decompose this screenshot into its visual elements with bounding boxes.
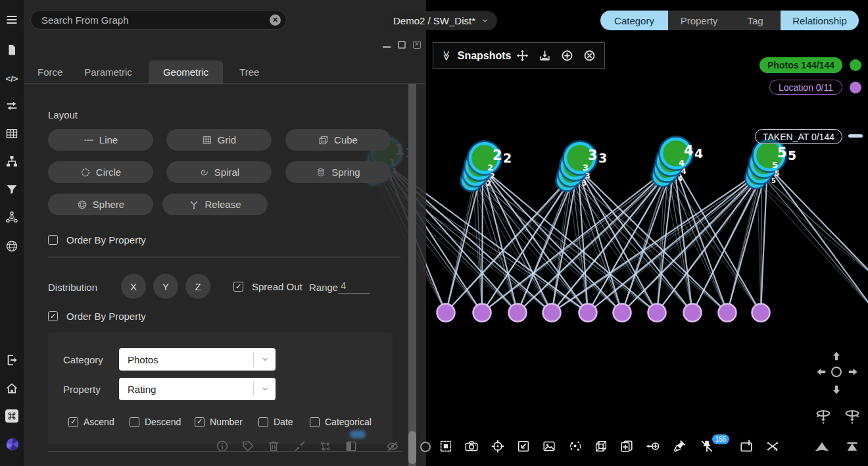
search-input[interactable]	[30, 10, 287, 30]
app-logo-icon[interactable]	[5, 437, 20, 452]
menu-icon[interactable]	[5, 13, 18, 26]
export-frame-icon[interactable]	[516, 439, 531, 453]
relationship-line-sample[interactable]	[848, 134, 863, 138]
layout-cube-button[interactable]: Cube	[285, 129, 391, 151]
pan-center-icon[interactable]	[831, 367, 842, 377]
order-by-property-top: Order By Property	[48, 234, 146, 246]
cube-3d-icon[interactable]	[594, 439, 608, 453]
spread-out-label: Spread Out	[252, 281, 302, 292]
pan-down-icon[interactable]	[831, 383, 842, 395]
ascend-checkbox[interactable]	[68, 417, 78, 427]
pan-up-icon[interactable]	[831, 351, 842, 363]
minimize-icon[interactable]	[383, 46, 391, 48]
photos-color-dot[interactable]	[850, 59, 861, 71]
location-color-dot[interactable]	[850, 82, 861, 93]
relationship-badge[interactable]: TAKEN_AT 0/144	[755, 129, 842, 144]
date-checkbox[interactable]	[258, 417, 268, 427]
pan-left-icon[interactable]	[816, 366, 828, 378]
file-icon[interactable]	[5, 43, 18, 57]
close-icon[interactable]	[583, 49, 596, 62]
home-icon[interactable]	[5, 382, 18, 395]
pan-right-icon[interactable]	[846, 366, 858, 378]
move-icon[interactable]	[516, 49, 529, 62]
transform-icon[interactable]	[5, 99, 18, 113]
search-clear-icon[interactable]: ✕	[270, 14, 281, 26]
download-icon[interactable]	[539, 49, 551, 62]
table-icon[interactable]	[5, 127, 18, 140]
layout-spiral-button[interactable]: Spiral	[166, 161, 272, 183]
circle-icon	[80, 167, 91, 178]
layout-spring-button[interactable]: Spring	[285, 161, 391, 183]
network-icon[interactable]	[5, 211, 18, 224]
code-icon[interactable]: </>	[5, 72, 18, 85]
order-by-property-checkbox[interactable]	[48, 235, 58, 245]
layout-grid-button[interactable]: Grid	[166, 129, 272, 151]
axis-x-button[interactable]: X	[121, 274, 146, 299]
layout-sphere-button[interactable]: Sphere	[48, 194, 153, 215]
grid-icon	[202, 135, 212, 145]
tab-category[interactable]: Category	[600, 11, 668, 30]
tab-relationship[interactable]: Relationship	[781, 11, 859, 30]
tab-force[interactable]: Force	[37, 66, 62, 84]
location-badge[interactable]: Location 0/11	[769, 80, 842, 95]
category-value: Photos	[128, 354, 158, 365]
range-input[interactable]: 4	[338, 280, 370, 294]
collapse-chevrons-icon[interactable]: ≫	[442, 51, 452, 61]
center-target-icon[interactable]	[491, 439, 505, 453]
camera-icon[interactable]	[464, 439, 479, 453]
axis-y-button[interactable]: Y	[153, 274, 178, 299]
tab-geometric[interactable]: Geometric	[149, 61, 223, 84]
property-value: Rating	[128, 384, 156, 395]
spread-out-checkbox[interactable]	[233, 282, 243, 292]
clipboard-pin-icon[interactable]	[739, 439, 754, 453]
close-window-icon[interactable]: ✕	[413, 41, 421, 49]
tab-parametric[interactable]: Parametric	[84, 66, 132, 84]
tab-tag[interactable]: Tag	[730, 11, 781, 30]
brush-icon[interactable]	[672, 439, 687, 453]
command-icon[interactable]	[5, 409, 18, 423]
property-select[interactable]: Rating	[119, 378, 276, 400]
image-icon[interactable]	[542, 439, 556, 453]
rotate-right-icon[interactable]	[843, 406, 861, 425]
svg-text:5: 5	[771, 177, 776, 184]
order-by-property-checkbox[interactable]	[48, 311, 58, 321]
layout-line-button[interactable]: Line	[48, 129, 153, 151]
filter-icon[interactable]	[5, 183, 18, 196]
cut-branches-icon[interactable]	[765, 439, 780, 453]
axis-z-button[interactable]: Z	[185, 274, 210, 299]
number-checkbox[interactable]	[195, 417, 205, 427]
globe-icon[interactable]	[5, 240, 18, 253]
svg-text:4: 4	[679, 158, 685, 168]
tab-tree[interactable]: Tree	[239, 66, 259, 84]
project-selector[interactable]: Demo2 / SW_Dist*	[385, 11, 497, 30]
sphere-icon	[77, 199, 87, 210]
add-snapshot-icon[interactable]	[561, 49, 573, 62]
photos-badge[interactable]: Photos 144/144	[760, 57, 842, 73]
panel-tabs: Force Parametric Geometric Tree	[37, 61, 259, 84]
logout-icon[interactable]	[5, 353, 18, 367]
spread-out: Spread Out	[233, 281, 302, 292]
order-by-property-panel: Category Photos Property Rating Ascend D…	[48, 332, 393, 444]
connect-add-icon[interactable]	[646, 439, 660, 453]
descend-checkbox[interactable]	[130, 417, 139, 427]
project-name: Demo2 / SW_Dist*	[393, 15, 475, 26]
panel-handle[interactable]	[420, 442, 431, 452]
scatter-nodes-icon[interactable]	[568, 439, 583, 453]
select-area-icon[interactable]	[439, 439, 453, 453]
maximize-icon[interactable]	[398, 41, 406, 49]
layout-circle-button[interactable]: Circle	[48, 161, 153, 183]
category-select[interactable]: Photos	[119, 348, 276, 371]
rotate-left-icon[interactable]	[814, 406, 832, 425]
add-document-icon[interactable]	[619, 439, 634, 453]
layout-release-button[interactable]: Release	[162, 194, 268, 215]
fly-down-icon[interactable]	[813, 438, 831, 456]
graphxr-app: 1111122222333334444455555 </> ✕ Demo2 / …	[0, 0, 868, 466]
snapshots-panel: ≫ Snapshots	[433, 42, 605, 69]
tab-property[interactable]: Property	[668, 11, 730, 30]
scrollbar-thumb[interactable]	[408, 431, 416, 464]
categorical-checkbox[interactable]	[310, 417, 320, 427]
svg-text:2: 2	[487, 163, 493, 172]
descend-option: Descend	[130, 417, 181, 427]
fly-up-icon[interactable]	[843, 438, 861, 456]
hierarchy-icon[interactable]	[5, 155, 18, 168]
